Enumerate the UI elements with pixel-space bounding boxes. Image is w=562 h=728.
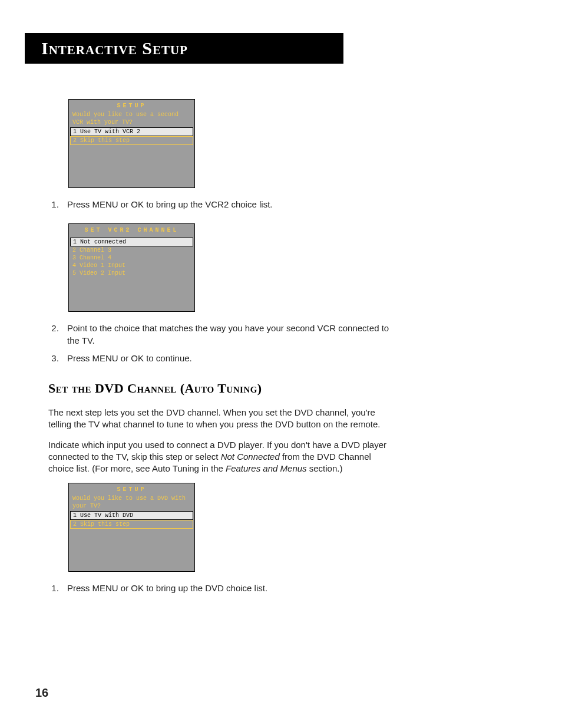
italic-text: Not Connected — [221, 452, 280, 462]
page-number: 16 — [35, 686, 48, 700]
osd-option-selected: 1 Not connected — [70, 238, 193, 246]
osd-option: 3 Channel 4 — [69, 254, 194, 262]
osd-set-vcr2-channel: SET VCR2 CHANNEL 1 Not connected 2 Chann… — [68, 223, 195, 312]
osd-setup-vcr2: SETUP Would you like to use a second VCR… — [68, 99, 195, 188]
osd-prompt: Would you like to use a second VCR with … — [69, 111, 194, 127]
chapter-title: Interactive Setup — [41, 38, 188, 58]
osd-option: 5 Video 2 Input — [69, 269, 194, 277]
page-content: SETUP Would you like to use a second VCR… — [48, 64, 396, 595]
osd-option: 2 Skip this step — [70, 136, 193, 145]
instruction-step: Press MENU or OK to bring up the DVD cho… — [61, 582, 396, 594]
osd-prompt: Would you like to use a DVD with your TV… — [69, 495, 194, 511]
chapter-header: Interactive Setup — [25, 33, 343, 64]
osd-padding — [69, 529, 194, 571]
osd-option: 2 Channel 3 — [69, 246, 194, 254]
osd-padding — [69, 145, 194, 187]
body-paragraph: The next step lets you set the DVD chann… — [48, 407, 396, 431]
osd-option: 4 Video 1 Input — [69, 262, 194, 269]
italic-text: Features and Menus — [226, 463, 307, 473]
osd-title: SETUP — [69, 100, 194, 111]
osd-option: 2 Skip this step — [70, 520, 193, 529]
body-paragraph: Indicate which input you used to connect… — [48, 439, 396, 475]
instruction-list: Press MENU or OK to bring up the VCR2 ch… — [48, 199, 396, 210]
instruction-step: Press MENU or OK to bring up the VCR2 ch… — [61, 199, 396, 210]
page: Interactive Setup SETUP Would you like t… — [0, 0, 562, 728]
instruction-step: Press MENU or OK to continue. — [61, 353, 396, 364]
instruction-list: Point to the choice that matches the way… — [48, 322, 396, 364]
osd-title: SET VCR2 CHANNEL — [69, 224, 194, 235]
section-heading: Set the DVD Channel (Auto Tuning) — [48, 381, 396, 396]
instruction-list: Press MENU or OK to bring up the DVD cho… — [48, 582, 396, 594]
text-run: section.) — [307, 463, 343, 473]
osd-option-selected: 1 Use TV with VCR 2 — [70, 127, 193, 136]
osd-padding — [69, 277, 194, 311]
osd-option-selected: 1 Use TV with DVD — [70, 511, 193, 520]
osd-setup-dvd: SETUP Would you like to use a DVD with y… — [68, 483, 195, 572]
instruction-step: Point to the choice that matches the way… — [61, 322, 396, 347]
osd-title: SETUP — [69, 483, 194, 495]
